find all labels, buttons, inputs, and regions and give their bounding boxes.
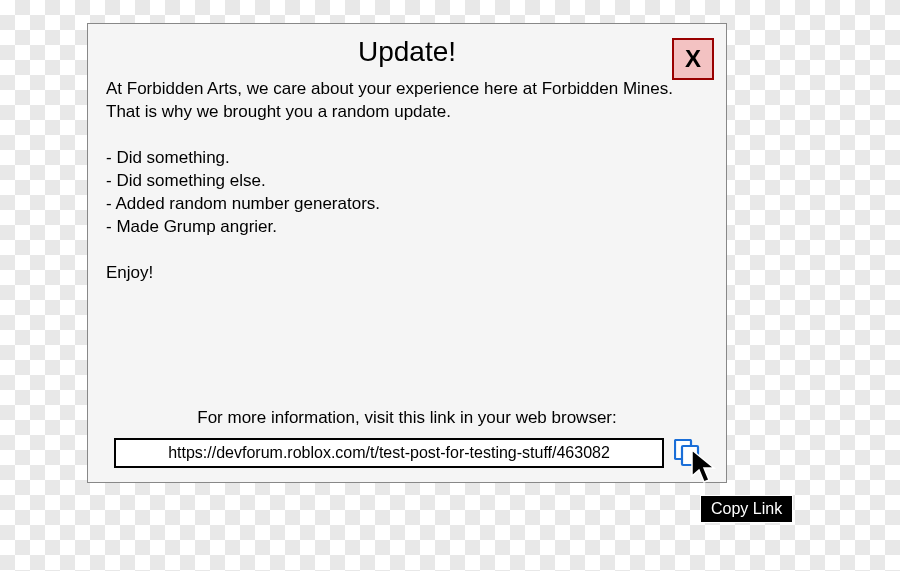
- svg-rect-1: [682, 446, 698, 465]
- dialog-footer: For more information, visit this link in…: [88, 408, 726, 468]
- copy-icon[interactable]: [674, 439, 700, 467]
- update-dialog: X Update! At Forbidden Arts, we care abo…: [87, 23, 727, 483]
- link-url-field[interactable]: [114, 438, 664, 468]
- dialog-title: Update!: [106, 36, 708, 68]
- close-button[interactable]: X: [672, 38, 714, 80]
- link-row: [106, 438, 708, 468]
- dialog-body: At Forbidden Arts, we care about your ex…: [106, 78, 708, 284]
- tooltip-text: Copy Link: [711, 500, 782, 517]
- close-button-label: X: [685, 45, 701, 73]
- copy-link-tooltip: Copy Link: [700, 495, 793, 523]
- link-instruction-label: For more information, visit this link in…: [106, 408, 708, 428]
